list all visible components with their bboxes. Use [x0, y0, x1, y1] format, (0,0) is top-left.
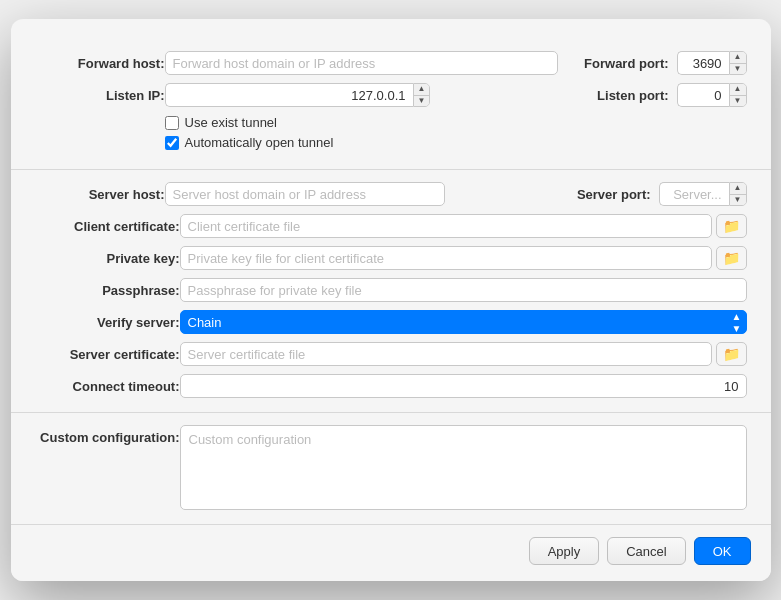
server-host-row: Server host: Server port: ▲ ▼ — [35, 182, 747, 206]
listen-port-input[interactable]: 0 — [677, 83, 729, 107]
listen-ip-down[interactable]: ▼ — [414, 95, 430, 107]
passphrase-input[interactable] — [180, 278, 747, 302]
server-port-buttons: ▲ ▼ — [729, 182, 747, 206]
client-cert-input[interactable] — [180, 214, 712, 238]
custom-config-label: Custom configuration: — [35, 425, 180, 445]
dialog: Forward host: Forward port: 3690 ▲ ▼ Lis… — [11, 19, 771, 581]
forward-port-stepper: 3690 ▲ ▼ — [677, 51, 747, 75]
verify-server-select[interactable]: None Chain Fingerprint — [180, 310, 747, 334]
listen-port-label: Listen port: — [574, 88, 669, 103]
passphrase-label: Passphrase: — [35, 283, 180, 298]
server-cert-label: Server certificate: — [35, 347, 180, 362]
server-cert-row: Server certificate: 📁 — [35, 342, 747, 366]
server-host-input[interactable] — [165, 182, 445, 206]
private-key-folder-button[interactable]: 📁 — [716, 246, 747, 270]
listen-ip-label: Listen IP: — [35, 88, 165, 103]
auto-open-tunnel-row: Automatically open tunnel — [165, 135, 747, 150]
auto-open-tunnel-checkbox[interactable] — [165, 136, 179, 150]
forward-port-buttons: ▲ ▼ — [729, 51, 747, 75]
listen-ip-row: Listen IP: 127.0.0.1 ▲ ▼ Listen port: 0 … — [35, 83, 747, 107]
folder-icon: 📁 — [723, 250, 740, 266]
listen-ip-up[interactable]: ▲ — [414, 84, 430, 95]
verify-server-label: Verify server: — [35, 315, 180, 330]
ok-button[interactable]: OK — [694, 537, 751, 565]
forward-port-label: Forward port: — [574, 56, 669, 71]
section-custom: Custom configuration: — [11, 412, 771, 524]
forward-host-input[interactable] — [165, 51, 558, 75]
server-cert-folder-button[interactable]: 📁 — [716, 342, 747, 366]
listen-port-col: Listen port: 0 ▲ ▼ — [574, 83, 747, 107]
folder-icon: 📁 — [723, 346, 740, 362]
listen-port-buttons: ▲ ▼ — [729, 83, 747, 107]
forward-port-down[interactable]: ▼ — [730, 63, 746, 75]
verify-server-row: Verify server: None Chain Fingerprint ▲▼ — [35, 310, 747, 334]
apply-button[interactable]: Apply — [529, 537, 600, 565]
custom-config-textarea[interactable] — [180, 425, 747, 510]
listen-ip-input[interactable]: 127.0.0.1 — [165, 83, 413, 107]
connect-timeout-row: Connect timeout: 10 — [35, 374, 747, 398]
forward-host-row: Forward host: Forward port: 3690 ▲ ▼ — [35, 51, 747, 75]
footer: Apply Cancel OK — [11, 524, 771, 581]
use-exist-tunnel-label[interactable]: Use exist tunnel — [185, 115, 278, 130]
private-key-input[interactable] — [180, 246, 712, 270]
use-exist-tunnel-checkbox[interactable] — [165, 116, 179, 130]
auto-open-tunnel-label[interactable]: Automatically open tunnel — [185, 135, 334, 150]
server-port-stepper: ▲ ▼ — [659, 182, 747, 206]
forward-port-col: Forward port: 3690 ▲ ▼ — [574, 51, 747, 75]
section-server: Server host: Server port: ▲ ▼ Client cer… — [11, 169, 771, 412]
server-port-label: Server port: — [556, 187, 651, 202]
verify-server-select-wrapper: None Chain Fingerprint ▲▼ — [180, 310, 747, 334]
passphrase-row: Passphrase: — [35, 278, 747, 302]
listen-ip-buttons: ▲ ▼ — [413, 83, 431, 107]
server-port-up[interactable]: ▲ — [730, 183, 746, 194]
server-host-col: Server host: — [35, 182, 540, 206]
folder-icon: 📁 — [723, 218, 740, 234]
connect-timeout-input[interactable]: 10 — [180, 374, 747, 398]
client-cert-row: Client certificate: 📁 — [35, 214, 747, 238]
server-host-label: Server host: — [35, 187, 165, 202]
server-port-down[interactable]: ▼ — [730, 194, 746, 206]
forward-port-input[interactable]: 3690 — [677, 51, 729, 75]
checkboxes-area: Use exist tunnel Automatically open tunn… — [35, 115, 747, 150]
client-cert-label: Client certificate: — [35, 219, 180, 234]
forward-host-col: Forward host: — [35, 51, 558, 75]
connect-timeout-label: Connect timeout: — [35, 379, 180, 394]
server-port-col: Server port: ▲ ▼ — [556, 182, 747, 206]
server-cert-input[interactable] — [180, 342, 712, 366]
listen-port-stepper: 0 ▲ ▼ — [677, 83, 747, 107]
listen-ip-stepper: 127.0.0.1 ▲ ▼ — [165, 83, 445, 107]
listen-port-down[interactable]: ▼ — [730, 95, 746, 107]
cancel-button[interactable]: Cancel — [607, 537, 685, 565]
private-key-row: Private key: 📁 — [35, 246, 747, 270]
private-key-label: Private key: — [35, 251, 180, 266]
client-cert-folder-button[interactable]: 📁 — [716, 214, 747, 238]
custom-config-row: Custom configuration: — [35, 425, 747, 510]
section-forward: Forward host: Forward port: 3690 ▲ ▼ Lis… — [11, 39, 771, 169]
forward-host-label: Forward host: — [35, 56, 165, 71]
listen-port-up[interactable]: ▲ — [730, 84, 746, 95]
listen-ip-col: Listen IP: 127.0.0.1 ▲ ▼ — [35, 83, 558, 107]
use-exist-tunnel-row: Use exist tunnel — [165, 115, 747, 130]
server-port-input[interactable] — [659, 182, 729, 206]
forward-port-up[interactable]: ▲ — [730, 52, 746, 63]
